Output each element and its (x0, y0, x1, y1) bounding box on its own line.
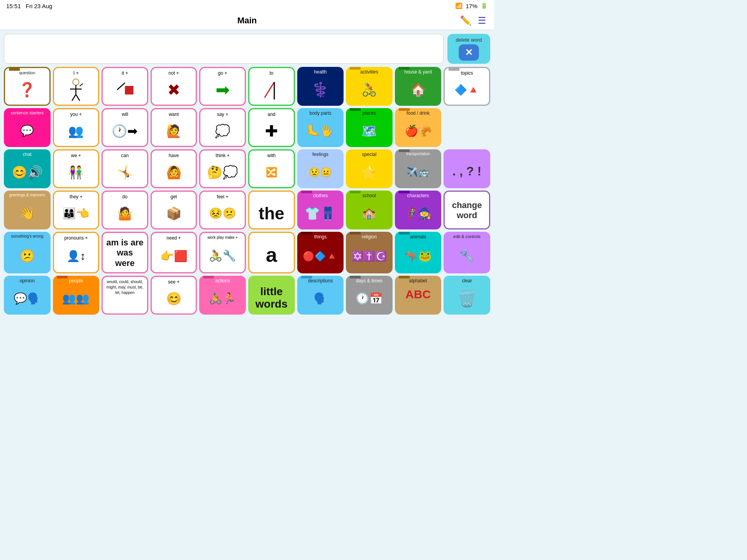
svg-line-5 (80, 84, 83, 86)
cell-somethings-wrong-label: something's wrong (11, 234, 43, 239)
cell-clear[interactable]: clear 🗑️ (444, 276, 490, 315)
cell-question[interactable]: question ❓ (4, 67, 51, 106)
cell-greetings[interactable]: greetings & manners 👋 (4, 191, 51, 229)
cell-chat[interactable]: chat 😊🔊 (4, 149, 51, 188)
cell-things[interactable]: things 🔴🔷🔺 (297, 232, 344, 273)
cell-places[interactable]: places 🗺️ (346, 108, 393, 147)
cell-food-drink[interactable]: food / drink 🍎🥐 (395, 108, 442, 147)
cell-and[interactable]: and ✚ (248, 108, 295, 147)
cell-we-plus[interactable]: we + 👫 (53, 149, 100, 188)
cell-pronouns-plus-icon: 👤↕️ (67, 242, 86, 271)
cell-with[interactable]: with 🔀 (248, 149, 295, 188)
cell-will[interactable]: will 🕐➡ (102, 108, 148, 147)
cell-little-words[interactable]: little words (248, 276, 295, 315)
svg-line-8 (265, 82, 274, 98)
cell-characters-label: characters (407, 193, 429, 198)
edit-icon[interactable]: ✏️ (460, 15, 472, 26)
cell-transportation[interactable]: transportation ✈️🚌 (395, 149, 442, 188)
cell-alphabet[interactable]: alphabet ABC (395, 276, 442, 315)
cell-am-is-are-text: am is are was were (104, 235, 146, 271)
cell-think-plus[interactable]: think + 🤔💭 (199, 149, 246, 188)
cell-change-word[interactable]: change word (444, 191, 490, 229)
cell-am-is-are[interactable]: am is are was were (102, 232, 148, 273)
cell-special[interactable]: special ⭐ (346, 149, 393, 188)
cell-get[interactable]: get 📦 (151, 191, 197, 229)
cell-need-plus[interactable]: need + 👉🟥 (151, 232, 197, 273)
cell-and-icon: ✚ (265, 118, 278, 144)
cell-opinion[interactable]: opinion 💬🗣️ (4, 276, 51, 315)
delete-word-label: delete word (456, 37, 482, 43)
cell-places-label: places (363, 110, 376, 116)
cell-feel-plus-label: feel + (217, 194, 228, 200)
cell-house-yard[interactable]: house & yard 🏠 (395, 67, 442, 106)
cell-a[interactable]: a (248, 232, 295, 273)
cell-feelings[interactable]: feelings 😟😐 (297, 149, 344, 188)
cell-school[interactable]: school 🏫 (346, 191, 393, 229)
cell-topics[interactable]: topics 🔷🔺 (444, 67, 490, 106)
svg-point-0 (73, 79, 79, 85)
menu-icon[interactable]: ☰ (478, 15, 486, 26)
cell-not-plus[interactable]: not + ✖ (151, 67, 197, 106)
cell-edit-controls[interactable]: edit & controls 🔧 (444, 232, 490, 273)
cell-they-plus-icon: 👨‍👩‍👦👈 (62, 200, 89, 227)
cell-want[interactable]: want 🙋 (151, 108, 197, 147)
delete-word-button[interactable]: delete word ✕ (447, 34, 490, 64)
cell-not-plus-icon: ✖ (167, 77, 181, 103)
cell-body-parts[interactable]: body parts 🦶🖐 (297, 108, 344, 147)
cell-say-plus[interactable]: say + 💭 (199, 108, 246, 147)
cell-we-plus-icon: 👫 (68, 159, 84, 186)
cell-somethings-wrong[interactable]: something's wrong 😕 (4, 232, 51, 273)
cell-you-plus-icon: 👥 (68, 118, 84, 144)
cell-would-could[interactable]: would, could, should, might, may, must, … (102, 276, 148, 315)
cell-go-plus[interactable]: go + ➡ (199, 67, 246, 106)
cell-want-label: want (169, 112, 179, 117)
cell-work-play-make-icon: 🚴🔧 (209, 241, 236, 271)
cell-to[interactable]: to (248, 67, 295, 106)
cell-opinion-icon: 💬🗣️ (14, 285, 41, 313)
cell-chat-icon: 😊🔊 (12, 158, 43, 187)
cell-have-label: have (169, 153, 179, 158)
cell-do-label: do (122, 194, 127, 200)
cell-you-plus[interactable]: you + 👥 (53, 108, 100, 147)
cell-days-times[interactable]: days & times 🕐📅 (346, 276, 393, 315)
cell-health[interactable]: health ⚕️ (297, 67, 344, 106)
cell-clothes[interactable]: clothes 👕👖 (297, 191, 344, 229)
cell-food-drink-icon: 🍎🥐 (405, 117, 432, 145)
cell-the[interactable]: the (248, 191, 295, 229)
cell-alphabet-icon: ABC (405, 288, 431, 301)
cell-want-icon: 🙋 (166, 118, 182, 144)
cell-body-parts-icon: 🦶🖐 (307, 117, 334, 145)
cell-sentence-starters[interactable]: sentence starters 💬 (4, 108, 51, 147)
cell-work-play-make[interactable]: work play make + 🚴🔧 (199, 232, 246, 273)
cell-activities-label: activities (360, 69, 378, 75)
cell-punctuation[interactable]: . , ? ! (444, 149, 490, 188)
cell-get-icon: 📦 (166, 200, 182, 227)
cell-can-label: can (121, 153, 128, 158)
cell-feelings-icon: 😟😐 (309, 158, 332, 187)
cell-i-plus[interactable]: I + (53, 67, 100, 106)
cell-religion[interactable]: religion ✡️✝️☪️ (346, 232, 393, 273)
cell-have[interactable]: have 🙆 (151, 149, 197, 188)
cell-do[interactable]: do 🤷 (102, 191, 148, 229)
cell-characters[interactable]: characters 🦸🧙 (395, 191, 442, 229)
cell-can[interactable]: can 🤸 (102, 149, 148, 188)
text-input-box[interactable] (4, 34, 444, 64)
cell-edit-controls-label: edit & controls (453, 234, 480, 239)
cell-do-icon: 🤷 (117, 200, 133, 227)
cell-see-plus[interactable]: see + 😊 (151, 276, 197, 315)
cell-feel-plus[interactable]: feel + 😣😕 (199, 191, 246, 229)
cell-feel-plus-icon: 😣😕 (209, 200, 236, 227)
cell-activities[interactable]: activities 🚴 (346, 67, 393, 106)
cell-they-plus[interactable]: they + 👨‍👩‍👦👈 (53, 191, 100, 229)
cell-people[interactable]: people 👥👥 (53, 276, 100, 315)
cell-pronouns-plus[interactable]: pronouns + 👤↕️ (53, 232, 100, 273)
header: Main ✏️ ☰ (0, 12, 494, 30)
cell-animals[interactable]: animals 🦘🐸 (395, 232, 442, 273)
cell-it-plus-icon (114, 77, 135, 103)
cell-descriptions[interactable]: descriptions 🗣️ (297, 276, 344, 315)
cell-it-plus[interactable]: it + (102, 67, 148, 106)
cell-greetings-label: greetings & manners (9, 193, 45, 198)
cell-see-plus-label: see + (168, 279, 180, 285)
cell-school-label: school (363, 193, 376, 198)
cell-actions[interactable]: actions 🚴🏃 (199, 276, 246, 315)
